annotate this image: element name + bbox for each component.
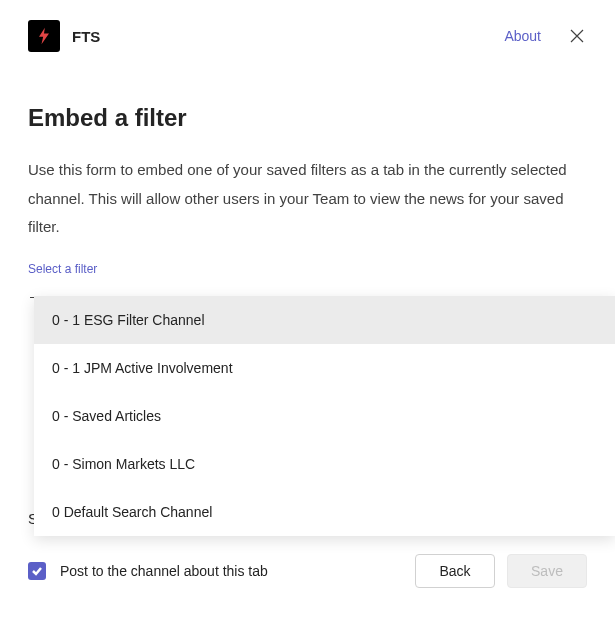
dialog-content: Embed a filter Use this form to embed on… bbox=[0, 64, 615, 308]
filter-option[interactable]: 0 Default Search Channel bbox=[34, 488, 615, 536]
close-button[interactable] bbox=[563, 22, 591, 50]
filter-field-label: Select a filter bbox=[28, 262, 587, 276]
save-button: Save bbox=[507, 554, 587, 588]
filter-dropdown-panel: 0 - 1 ESG Filter Channel 0 - 1 JPM Activ… bbox=[34, 296, 615, 536]
app-title: FTS bbox=[72, 28, 492, 45]
about-link[interactable]: About bbox=[504, 28, 541, 44]
post-checkbox[interactable] bbox=[28, 562, 46, 580]
checkmark-icon bbox=[31, 565, 43, 577]
dialog-header: FTS About bbox=[0, 0, 615, 64]
close-icon bbox=[569, 28, 585, 44]
app-logo bbox=[28, 20, 60, 52]
lightning-icon bbox=[34, 26, 54, 46]
description-text: Use this form to embed one of your saved… bbox=[28, 156, 587, 242]
post-checkbox-wrapper[interactable]: Post to the channel about this tab bbox=[28, 562, 403, 580]
filter-option[interactable]: 0 - 1 ESG Filter Channel bbox=[34, 296, 615, 344]
page-title: Embed a filter bbox=[28, 104, 587, 132]
dialog-footer: Post to the channel about this tab Back … bbox=[0, 554, 615, 588]
filter-option[interactable]: 0 - Simon Markets LLC bbox=[34, 440, 615, 488]
back-button[interactable]: Back bbox=[415, 554, 495, 588]
post-checkbox-label: Post to the channel about this tab bbox=[60, 563, 268, 579]
filter-option[interactable]: 0 - Saved Articles bbox=[34, 392, 615, 440]
filter-option[interactable]: 0 - 1 JPM Active Involvement bbox=[34, 344, 615, 392]
